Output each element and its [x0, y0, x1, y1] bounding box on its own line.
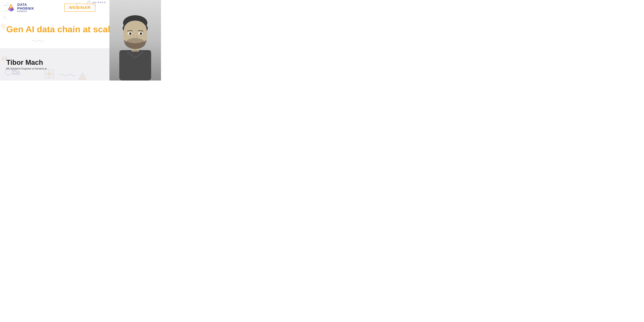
- svg-rect-46: [119, 50, 151, 52]
- deco-square-1: [3, 16, 6, 19]
- speaker-title: ML Solutions Engineer at Iterative.ai: [6, 67, 110, 70]
- speaker-name: Tibor Mach: [6, 59, 110, 66]
- speaker-info: Tibor Mach ML Solutions Engineer at Iter…: [0, 48, 116, 80]
- deco-circle-target: [1, 24, 6, 29]
- person-silhouette: [111, 3, 160, 80]
- svg-point-38: [124, 20, 147, 39]
- photo-bg: [110, 0, 161, 80]
- svg-rect-5: [4, 16, 6, 18]
- svg-point-45: [140, 33, 142, 34]
- speaker-photo: [110, 0, 161, 80]
- logo-data-label: DATA: [17, 3, 34, 6]
- deco-wave: [32, 39, 44, 42]
- svg-point-44: [130, 33, 131, 34]
- logo-events-label: EVENTS: [17, 10, 34, 12]
- phoenix-icon: [6, 3, 16, 12]
- webinar-badge: WEBINAR: [64, 4, 96, 12]
- logo-phoenix-label: PHOENIX: [17, 6, 34, 10]
- logo-text: DATA PHOENIX EVENTS: [17, 3, 34, 12]
- data-phoenix-logo: DATA PHOENIX EVENTS: [6, 3, 34, 12]
- banner: ∫ x a SCiENCE ∅ ∅ a² a²: [0, 0, 161, 80]
- webinar-label: WEBINAR: [69, 5, 91, 10]
- svg-rect-33: [119, 50, 151, 80]
- main-title: Gen AI data chain at scale: [6, 24, 115, 34]
- svg-point-8: [3, 26, 4, 27]
